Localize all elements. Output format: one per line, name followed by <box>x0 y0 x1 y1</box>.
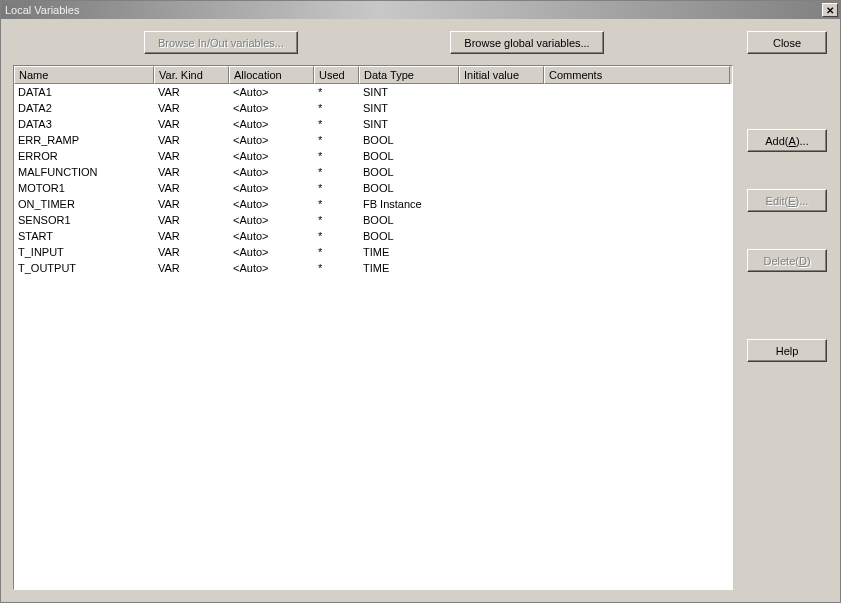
cell-name: DATA3 <box>14 118 154 130</box>
help-label: Help <box>776 345 799 357</box>
cell-allocation: <Auto> <box>229 134 314 146</box>
table-row[interactable]: ERR_RAMPVAR<Auto>*BOOL <box>14 132 732 148</box>
cell-allocation: <Auto> <box>229 246 314 258</box>
header-initial[interactable]: Initial value <box>459 66 544 84</box>
cell-used: * <box>314 262 359 274</box>
cell-allocation: <Auto> <box>229 102 314 114</box>
window-title: Local Variables <box>5 4 79 16</box>
add-button[interactable]: Add(A)... <box>747 129 827 152</box>
cell-name: DATA1 <box>14 86 154 98</box>
cell-data-type: TIME <box>359 262 459 274</box>
cell-used: * <box>314 134 359 146</box>
cell-allocation: <Auto> <box>229 262 314 274</box>
table-row[interactable]: SENSOR1VAR<Auto>*BOOL <box>14 212 732 228</box>
cell-used: * <box>314 198 359 210</box>
cell-name: MOTOR1 <box>14 182 154 194</box>
cell-data-type: BOOL <box>359 134 459 146</box>
cell-data-type: TIME <box>359 246 459 258</box>
cell-data-type: FB Instance <box>359 198 459 210</box>
cell-allocation: <Auto> <box>229 166 314 178</box>
cell-data-type: SINT <box>359 118 459 130</box>
table-header-row: Name Var. Kind Allocation Used Data Type… <box>14 66 732 84</box>
browse-io-button: Browse In/Out variables... <box>144 31 298 54</box>
cell-var-kind: VAR <box>154 246 229 258</box>
table-row[interactable]: T_INPUTVAR<Auto>*TIME <box>14 244 732 260</box>
cell-allocation: <Auto> <box>229 118 314 130</box>
browse-global-button[interactable]: Browse global variables... <box>450 31 604 54</box>
cell-var-kind: VAR <box>154 166 229 178</box>
cell-name: MALFUNCTION <box>14 166 154 178</box>
cell-allocation: <Auto> <box>229 214 314 226</box>
cell-name: SENSOR1 <box>14 214 154 226</box>
header-comments[interactable]: Comments <box>544 66 730 84</box>
cell-used: * <box>314 182 359 194</box>
cell-var-kind: VAR <box>154 230 229 242</box>
cell-name: ERR_RAMP <box>14 134 154 146</box>
cell-used: * <box>314 150 359 162</box>
cell-data-type: BOOL <box>359 214 459 226</box>
table-row[interactable]: DATA3VAR<Auto>*SINT <box>14 116 732 132</box>
delete-button: Delete(D) <box>747 249 827 272</box>
cell-var-kind: VAR <box>154 86 229 98</box>
table-row[interactable]: DATA1VAR<Auto>*SINT <box>14 84 732 100</box>
cell-allocation: <Auto> <box>229 182 314 194</box>
cell-var-kind: VAR <box>154 214 229 226</box>
cell-var-kind: VAR <box>154 198 229 210</box>
table-body: DATA1VAR<Auto>*SINTDATA2VAR<Auto>*SINTDA… <box>14 84 732 276</box>
close-button[interactable]: Close <box>747 31 827 54</box>
cell-name: DATA2 <box>14 102 154 114</box>
edit-button: Edit(E)... <box>747 189 827 212</box>
table-row[interactable]: ON_TIMERVAR<Auto>*FB Instance <box>14 196 732 212</box>
cell-data-type: BOOL <box>359 230 459 242</box>
cell-var-kind: VAR <box>154 262 229 274</box>
table-row[interactable]: MOTOR1VAR<Auto>*BOOL <box>14 180 732 196</box>
cell-used: * <box>314 230 359 242</box>
cell-var-kind: VAR <box>154 102 229 114</box>
cell-allocation: <Auto> <box>229 230 314 242</box>
cell-name: T_INPUT <box>14 246 154 258</box>
header-name[interactable]: Name <box>14 66 154 84</box>
browse-io-label: Browse In/Out variables... <box>158 37 284 49</box>
cell-used: * <box>314 246 359 258</box>
cell-allocation: <Auto> <box>229 198 314 210</box>
local-variables-window: Local Variables ✕ Browse In/Out variable… <box>0 0 841 603</box>
edit-label: Edit(E)... <box>766 195 809 207</box>
cell-data-type: SINT <box>359 86 459 98</box>
table-row[interactable]: DATA2VAR<Auto>*SINT <box>14 100 732 116</box>
add-label: Add(A)... <box>765 135 808 147</box>
cell-used: * <box>314 86 359 98</box>
cell-used: * <box>314 214 359 226</box>
delete-label: Delete(D) <box>763 255 810 267</box>
top-button-row: Browse In/Out variables... Browse global… <box>1 31 840 55</box>
cell-used: * <box>314 166 359 178</box>
cell-allocation: <Auto> <box>229 150 314 162</box>
cell-name: ON_TIMER <box>14 198 154 210</box>
cell-data-type: BOOL <box>359 166 459 178</box>
header-allocation[interactable]: Allocation <box>229 66 314 84</box>
help-button[interactable]: Help <box>747 339 827 362</box>
cell-data-type: BOOL <box>359 150 459 162</box>
header-used[interactable]: Used <box>314 66 359 84</box>
cell-data-type: SINT <box>359 102 459 114</box>
cell-name: START <box>14 230 154 242</box>
content-area: Browse In/Out variables... Browse global… <box>1 19 840 602</box>
cell-var-kind: VAR <box>154 118 229 130</box>
cell-name: ERROR <box>14 150 154 162</box>
table-row[interactable]: T_OUTPUTVAR<Auto>*TIME <box>14 260 732 276</box>
close-icon[interactable]: ✕ <box>822 3 838 17</box>
variables-table[interactable]: Name Var. Kind Allocation Used Data Type… <box>13 65 733 590</box>
cell-allocation: <Auto> <box>229 86 314 98</box>
cell-used: * <box>314 118 359 130</box>
table-row[interactable]: STARTVAR<Auto>*BOOL <box>14 228 732 244</box>
cell-name: T_OUTPUT <box>14 262 154 274</box>
table-row[interactable]: MALFUNCTIONVAR<Auto>*BOOL <box>14 164 732 180</box>
close-label: Close <box>773 37 801 49</box>
header-var-kind[interactable]: Var. Kind <box>154 66 229 84</box>
cell-var-kind: VAR <box>154 150 229 162</box>
cell-var-kind: VAR <box>154 182 229 194</box>
header-data-type[interactable]: Data Type <box>359 66 459 84</box>
cell-used: * <box>314 102 359 114</box>
cell-data-type: BOOL <box>359 182 459 194</box>
titlebar: Local Variables ✕ <box>1 1 840 19</box>
table-row[interactable]: ERRORVAR<Auto>*BOOL <box>14 148 732 164</box>
